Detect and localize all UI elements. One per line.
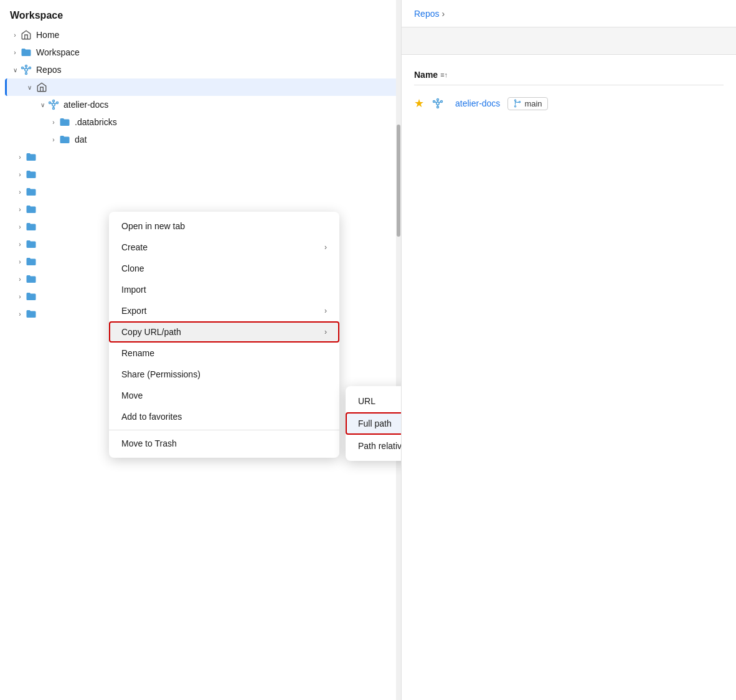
folder-icon-f1: [25, 151, 37, 163]
chevron-f10: ›: [15, 309, 25, 319]
scrollbar[interactable]: [396, 0, 401, 700]
tree-item-atelier-docs[interactable]: ∨ atelier-docs: [5, 96, 401, 113]
svg-point-12: [49, 102, 51, 104]
branch-name: main: [524, 99, 542, 108]
submenu-label-full-path: Full path: [358, 419, 392, 428]
repo-name[interactable]: atelier-docs: [455, 98, 500, 108]
folder-icon-f3: [25, 186, 37, 198]
svg-point-21: [433, 101, 435, 103]
repo-icon-row: [432, 97, 444, 110]
context-menu-rename[interactable]: Rename: [109, 343, 339, 364]
breadcrumb-sep: ›: [441, 9, 445, 19]
tree-label-workspace: Workspace: [36, 47, 80, 57]
tree-item-databricks[interactable]: › .databricks: [5, 113, 401, 131]
context-menu-label-create: Create: [121, 242, 148, 252]
home-icon: [20, 29, 32, 41]
folder-icon-f4: [25, 203, 37, 215]
folder-icon-f2: [25, 168, 37, 181]
context-menu-move[interactable]: Move: [109, 385, 339, 406]
svg-point-11: [53, 108, 55, 110]
svg-line-8: [27, 68, 29, 69]
chevron-repos: ∨: [10, 65, 20, 75]
context-menu-label-share-permissions: Share (Permissions): [121, 369, 201, 379]
tree-item-workspace[interactable]: › Workspace: [5, 44, 401, 61]
column-name-header[interactable]: Name ≡↑: [414, 70, 448, 80]
star-icon[interactable]: ★: [414, 97, 424, 110]
context-menu-label-export: Export: [121, 306, 146, 316]
context-menu-label-open-new-tab: Open in new tab: [121, 221, 185, 231]
chevron-f4: ›: [15, 204, 25, 214]
context-menu-copy-url-path[interactable]: Copy URL/path ›: [109, 321, 339, 343]
svg-point-27: [515, 100, 516, 101]
arrow-create: ›: [324, 243, 327, 252]
tree-item-folder-1[interactable]: ›: [5, 148, 401, 166]
chevron-f5: ›: [15, 222, 25, 232]
tree-item-repos-home[interactable]: ∨: [5, 78, 401, 96]
folder-icon-f9: [25, 290, 37, 303]
chevron-f1: ›: [15, 152, 25, 162]
svg-point-0: [25, 69, 28, 72]
folder-icon-f5: [25, 220, 37, 233]
home-icon-repos: [35, 81, 48, 93]
context-menu-label-rename: Rename: [121, 348, 154, 358]
context-menu-create[interactable]: Create ›: [109, 237, 339, 258]
context-menu: Open in new tab Create › Clone Import Ex…: [109, 212, 339, 458]
context-menu-label-move: Move: [121, 390, 143, 400]
left-panel: Workspace › Home › Workspace: [0, 0, 402, 700]
arrow-export: ›: [324, 306, 327, 315]
context-menu-open-new-tab[interactable]: Open in new tab: [109, 215, 339, 237]
svg-point-1: [26, 65, 27, 67]
chevron-f6: ›: [15, 239, 25, 249]
svg-point-2: [26, 73, 27, 75]
svg-point-9: [52, 103, 55, 106]
svg-line-26: [439, 102, 440, 103]
context-menu-label-move-to-trash: Move to Trash: [121, 438, 177, 448]
tree-label-repos: Repos: [36, 65, 61, 75]
right-panel: Repos › Name ≡↑ ★: [402, 0, 736, 700]
svg-point-10: [53, 100, 55, 102]
context-menu-label-copy-url-path: Copy URL/path: [121, 327, 181, 337]
arrow-copy-url-path: ›: [324, 328, 327, 336]
column-name-label: Name: [414, 70, 438, 80]
context-menu-divider: [109, 430, 339, 430]
context-menu-clone[interactable]: Clone: [109, 258, 339, 279]
tree-item-folder-3[interactable]: ›: [5, 183, 401, 201]
chevron-databricks: ›: [49, 117, 59, 127]
chevron-f7: ›: [15, 257, 25, 267]
chevron-f3: ›: [15, 187, 25, 197]
context-menu-move-to-trash[interactable]: Move to Trash: [109, 433, 339, 454]
breadcrumb-repos[interactable]: Repos: [414, 9, 439, 19]
branch-icon: [513, 99, 522, 108]
svg-point-13: [57, 102, 59, 104]
table-header: Name ≡↑: [414, 65, 724, 85]
context-menu-export[interactable]: Export ›: [109, 300, 339, 321]
tree-item-repos[interactable]: ∨ Repos: [5, 61, 401, 78]
tree-item-folder-2[interactable]: ›: [5, 166, 401, 183]
submenu-label-url: URL: [358, 396, 375, 406]
repo-icon-repos: [20, 64, 32, 76]
submenu-item-path-relative-to-root[interactable]: Path relative to Root: [346, 435, 402, 457]
folder-icon-workspace: [20, 46, 32, 59]
scrollbar-thumb[interactable]: [397, 125, 400, 237]
submenu-item-full-path[interactable]: Full path 🤚: [346, 412, 402, 435]
svg-line-25: [435, 102, 436, 103]
context-menu-add-to-favorites[interactable]: Add to favorites: [109, 406, 339, 427]
folder-icon-f7: [25, 255, 37, 268]
breadcrumb: Repos ›: [414, 9, 445, 19]
tree-item-home[interactable]: › Home: [5, 26, 401, 44]
tree-item-dat[interactable]: › dat: [5, 131, 401, 148]
svg-point-4: [29, 67, 31, 69]
svg-point-19: [437, 99, 439, 101]
svg-point-20: [437, 106, 439, 108]
svg-line-17: [55, 103, 56, 104]
branch-badge[interactable]: main: [507, 97, 547, 110]
folder-icon-databricks: [59, 116, 71, 128]
right-content: Name ≡↑ ★ atelier-docs: [402, 55, 736, 126]
right-search-bar: [402, 27, 736, 55]
chevron-f9: ›: [15, 291, 25, 301]
context-menu-import[interactable]: Import: [109, 279, 339, 300]
sort-icon: ≡↑: [440, 71, 448, 78]
tree-label-dat: dat: [75, 135, 87, 144]
submenu-item-url[interactable]: URL: [346, 390, 402, 412]
context-menu-share-permissions[interactable]: Share (Permissions): [109, 364, 339, 385]
